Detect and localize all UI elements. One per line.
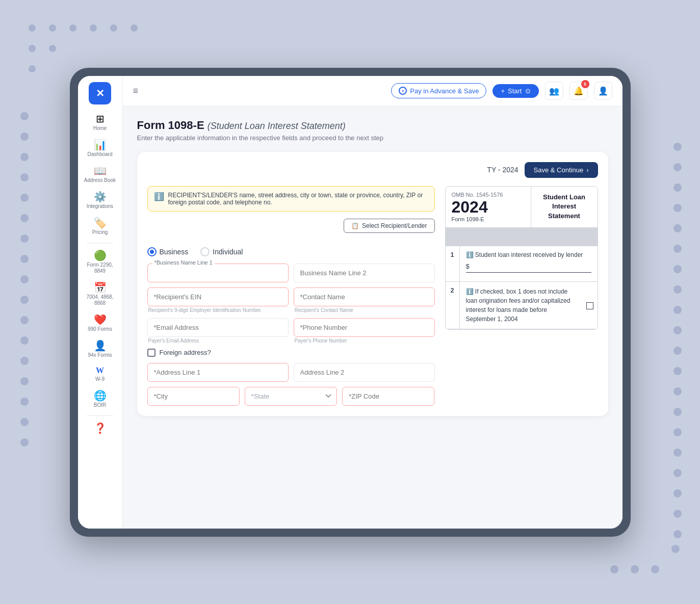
pay-advance-button[interactable]: + Pay in Advance & Save [391, 83, 486, 98]
preview-row-1-label: ℹ️ Student loan interest received by len… [466, 251, 591, 258]
sidebar-item-w9[interactable]: W W-9 [82, 363, 118, 385]
sidebar-item-pricing[interactable]: 🏷️ Pricing [82, 215, 118, 239]
dashboard-icon: 📊 [94, 140, 107, 150]
radio-business[interactable]: Business [147, 247, 189, 256]
business-name-2-group [294, 264, 435, 282]
page-content: Form 1098-E (Student Loan Interest State… [123, 107, 623, 529]
profile-button[interactable]: 👤 [594, 82, 612, 100]
state-select[interactable]: *State [245, 387, 337, 406]
sidebar-item-form2290[interactable]: 🟢 Form 2290, 8849 [82, 247, 118, 277]
foreign-address-checkbox[interactable]: Foreign address? [147, 349, 435, 357]
sidebar-item-w9-label: W-9 [95, 376, 105, 382]
sidebar-item-home[interactable]: ⊞ Home [82, 111, 118, 135]
main-card: ✕ ⊞ Home 📊 Dashboard 📖 Address Book ⚙️ I… [70, 68, 631, 537]
phone-input[interactable] [294, 318, 435, 337]
sidebar-item-form2290-label: Form 2290, 8849 [84, 262, 116, 274]
address-line-fields [147, 363, 435, 382]
form-preview: OMB No. 1545-1576 2024 Form 1098-E Stude… [445, 186, 598, 330]
sidebar-item-dashboard-label: Dashboard [88, 151, 113, 157]
select-recipient-label: Select Recipient/Lender [362, 222, 427, 229]
sidebar-item-94x[interactable]: 👤 94x Forms [82, 337, 118, 361]
form-title-sub: (Student Loan Interest Statement) [208, 121, 346, 131]
content-area: ≡ + Pay in Advance & Save + Start ⊙ 👥 🔔 … [123, 76, 623, 529]
address-line-1-group [147, 363, 289, 382]
foreign-address-box [147, 349, 155, 357]
info-banner-text: RECIPIENT'S/LENDER'S name, street addres… [168, 192, 428, 206]
app-logo[interactable]: ✕ [89, 82, 111, 104]
contact-name-hint: Recipient's Contact Name [294, 307, 435, 313]
radio-business-circle [147, 247, 157, 256]
foreign-address-label: Foreign address? [160, 349, 211, 356]
sidebar-divider-2 [87, 415, 113, 416]
preview-grey-bar [446, 228, 598, 246]
save-continue-label: Save & Continue [534, 166, 584, 174]
sidebar-item-dashboard[interactable]: 📊 Dashboard [82, 137, 118, 161]
city-input[interactable] [147, 387, 240, 406]
email-wrapper: Payer's Email Address [147, 318, 289, 344]
boir-icon: 🌐 [94, 390, 107, 401]
save-continue-arrow-icon: › [586, 166, 588, 174]
email-input[interactable] [147, 318, 289, 337]
sidebar-item-help[interactable]: ❓ [82, 420, 118, 436]
phone-hint: Payer's Phone Number [294, 338, 435, 344]
start-label: Start [508, 87, 522, 95]
radio-individual[interactable]: Individual [200, 247, 243, 256]
recipient-ein-input[interactable] [147, 287, 289, 306]
preview-row-2-num: 2 [446, 282, 460, 329]
notifications-button[interactable]: 🔔 5 [569, 82, 588, 100]
sidebar-item-address-book[interactable]: 📖 Address Book [82, 163, 118, 187]
city-group [147, 387, 240, 406]
sidebar-item-990[interactable]: ❤️ 990 Forms [82, 311, 118, 335]
business-name-1-float-label: *Business Name Line 1 [152, 259, 215, 266]
form7004-icon: 📅 [94, 282, 107, 293]
business-name-1-input[interactable] [147, 264, 289, 282]
address-line-2-input[interactable] [294, 363, 435, 382]
preview-row-2-checkbox-area [582, 282, 598, 329]
start-plus-icon: + [501, 87, 505, 95]
row1-label-text: Student loan interest received by lender [475, 251, 583, 258]
contacts-icon: 👥 [549, 86, 559, 96]
business-name-1-group: *Business Name Line 1 [147, 264, 289, 282]
menu-toggle-icon[interactable]: ≡ [133, 86, 139, 96]
row2-text-content: If checked, box 1 does not include loan … [466, 288, 571, 323]
sidebar-item-address-book-label: Address Book [84, 177, 116, 183]
ein-field-wrapper: Recipient's 9-digit Employer Identificat… [147, 287, 289, 313]
inner-card: ✕ ⊞ Home 📊 Dashboard 📖 Address Book ⚙️ I… [78, 76, 623, 529]
preview-row-2-checkbox[interactable] [586, 302, 593, 309]
preview-header: OMB No. 1545-1576 2024 Form 1098-E Stude… [446, 187, 598, 228]
profile-icon: 👤 [598, 86, 608, 96]
bell-icon: 🔔 [574, 86, 584, 96]
row1-info-icon: ℹ️ [466, 251, 474, 258]
preview-row-1-num: 1 [446, 246, 460, 281]
business-name-fields: *Business Name Line 1 [147, 264, 435, 282]
sidebar-item-integrations[interactable]: ⚙️ Integrations [82, 189, 118, 213]
select-recipient-button[interactable]: 📋 Select Recipient/Lender [344, 219, 434, 233]
preview-row-1-content: ℹ️ Student loan interest received by len… [460, 246, 598, 281]
address-book-icon: 📖 [94, 166, 107, 176]
email-hint: Payer's Email Address [147, 338, 289, 344]
address-line-1-input[interactable] [147, 363, 289, 382]
form-preview-panel: OMB No. 1545-1576 2024 Form 1098-E Stude… [445, 186, 598, 406]
sidebar-item-94x-label: 94x Forms [88, 352, 112, 358]
preview-row-2-text: ℹ️ If checked, box 1 does not include lo… [460, 282, 582, 329]
topbar: ≡ + Pay in Advance & Save + Start ⊙ 👥 🔔 … [123, 76, 623, 107]
sidebar-divider-1 [87, 243, 113, 243]
w9-icon: W [96, 366, 104, 375]
page-title: Form 1098-E (Student Loan Interest State… [137, 119, 608, 132]
preview-year: 2024 [452, 199, 525, 215]
zip-input[interactable] [342, 387, 434, 406]
business-name-2-input[interactable] [294, 264, 435, 282]
sidebar-item-7004[interactable]: 📅 7004, 4868, 8868 [82, 279, 118, 309]
zip-group [342, 387, 434, 406]
contact-name-input[interactable] [294, 287, 435, 306]
contacts-button[interactable]: 👥 [545, 82, 563, 100]
sidebar-item-boir[interactable]: 🌐 BOIR [82, 387, 118, 411]
start-button[interactable]: + Start ⊙ [492, 84, 538, 98]
info-banner: ℹ️ RECIPIENT'S/LENDER'S name, street add… [147, 186, 435, 212]
dollar-sign: $ [466, 262, 470, 270]
form94x-icon: 👤 [94, 340, 107, 351]
form-title-text: Form 1098-E [137, 119, 204, 132]
start-arrow-icon: ⊙ [525, 87, 531, 95]
save-continue-button[interactable]: Save & Continue › [525, 162, 598, 178]
logo-icon: ✕ [96, 87, 105, 99]
